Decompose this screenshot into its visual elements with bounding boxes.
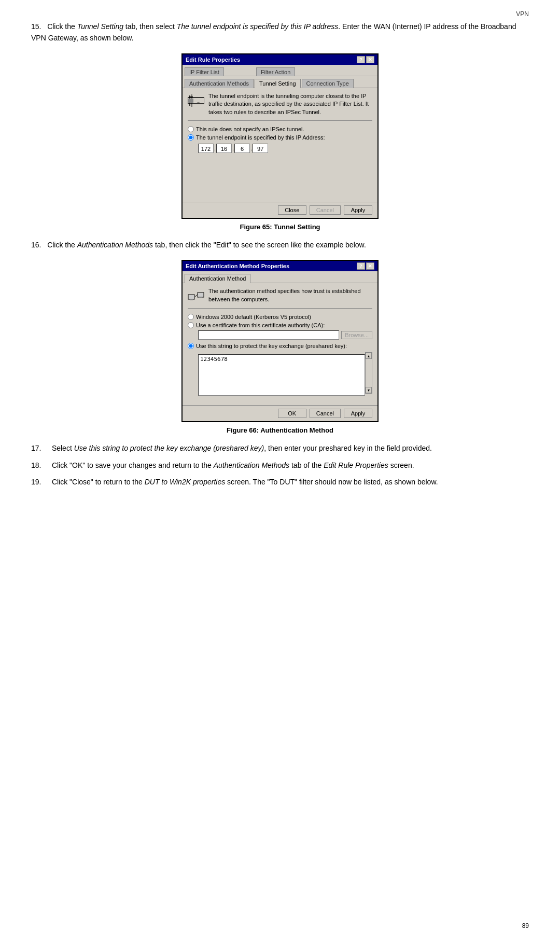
dialog2-close-button[interactable]: ✕ bbox=[366, 262, 374, 270]
dialog2-titlebar: Edit Authentication Method Properties ? … bbox=[183, 261, 377, 271]
ip-octet-3[interactable]: 6 bbox=[234, 144, 250, 153]
dialog2-radio1-item: Windows 2000 default (Kerberos V5 protoc… bbox=[188, 314, 372, 320]
dialog2-radio1-label: Windows 2000 default (Kerberos V5 protoc… bbox=[196, 314, 311, 320]
svg-rect-8 bbox=[190, 299, 193, 300]
tab-auth-methods[interactable]: Authentication Methods bbox=[185, 79, 254, 88]
dialog2-radio1-input[interactable] bbox=[188, 314, 194, 320]
dialog1-title: Edit Rule Properties bbox=[186, 57, 240, 63]
step-15-number: 15. bbox=[31, 22, 41, 31]
dialog2-radio2-label: Use a certificate from this certificate … bbox=[196, 322, 325, 328]
step-18-content: Click "OK" to save your changes and retu… bbox=[50, 460, 414, 471]
dialog2-radio3-input[interactable] bbox=[188, 343, 194, 349]
step-15-text: Click the Tunnel Setting tab, then selec… bbox=[31, 22, 516, 42]
tab-auth-method[interactable]: Authentication Method bbox=[185, 274, 250, 283]
dialog2-icon-row: The authentication method specifies how … bbox=[188, 287, 372, 309]
svg-text:→: → bbox=[196, 100, 200, 105]
ip-octet-2[interactable]: 16 bbox=[216, 144, 232, 153]
radio1-item: This rule does not specify an IPSec tunn… bbox=[188, 126, 372, 132]
dialog2-tabs: Authentication Method bbox=[183, 271, 377, 283]
scrollbar-down-arrow[interactable]: ▼ bbox=[366, 387, 372, 393]
step-17-content: Select Use this string to protect the ke… bbox=[50, 442, 432, 454]
dialog-edit-rule-properties: Edit Rule Properties ? ✕ IP Filter List … bbox=[181, 53, 379, 219]
help-button[interactable]: ? bbox=[357, 56, 365, 63]
step-17-italic1: Use this string to protect the key excha… bbox=[74, 444, 264, 452]
dialog2-cancel-btn[interactable]: Cancel bbox=[310, 409, 341, 418]
dialog2-radio2-item: Use a certificate from this certificate … bbox=[188, 322, 372, 328]
figure-65-container: Edit Rule Properties ? ✕ IP Filter List … bbox=[31, 53, 529, 231]
auth-icon bbox=[188, 287, 204, 304]
close-btn[interactable]: Close bbox=[278, 205, 306, 215]
step-18-italic2: Edit Rule Properties bbox=[324, 461, 388, 469]
ip-octet-1[interactable]: 172 bbox=[198, 144, 214, 153]
step-19-italic1: DUT to Win2K properties bbox=[145, 478, 225, 486]
dialog1-body: → The tunnel endpoint is the tunneling c… bbox=[183, 88, 377, 202]
titlebar-controls: ? ✕ bbox=[357, 56, 374, 63]
radio2-item: The tunnel endpoint is specified by this… bbox=[188, 134, 372, 141]
tunnel-icon: → bbox=[188, 92, 204, 109]
tab-tunnel-setting[interactable]: Tunnel Setting bbox=[255, 79, 301, 88]
dialog1-desc: The tunnel endpoint is the tunneling com… bbox=[208, 92, 372, 116]
radio2-input[interactable] bbox=[188, 134, 194, 141]
svg-rect-9 bbox=[189, 295, 194, 299]
dialog1-spacer bbox=[188, 156, 372, 198]
close-button[interactable]: ✕ bbox=[366, 56, 374, 63]
step-15-italic1: Tunnel Setting bbox=[77, 22, 123, 31]
step-16-text: Click the Authentication Methods tab, th… bbox=[43, 241, 366, 249]
dialog2-apply-btn[interactable]: Apply bbox=[344, 409, 372, 418]
tab-connection-type[interactable]: Connection Type bbox=[302, 79, 354, 88]
dialog1-footer: Close Cancel Apply bbox=[183, 202, 377, 218]
dialog2-radio2-input[interactable] bbox=[188, 322, 194, 328]
step-16-after: tab, then click the "Edit" to see the sc… bbox=[153, 241, 366, 249]
cancel-btn[interactable]: Cancel bbox=[310, 205, 341, 215]
step-18: 18. Click "OK" to save your changes and … bbox=[31, 460, 529, 471]
svg-rect-11 bbox=[199, 297, 202, 298]
dialog-edit-auth-method: Edit Authentication Method Properties ? … bbox=[181, 260, 379, 422]
ip-octet-4[interactable]: 97 bbox=[253, 144, 268, 153]
page-header-label: VPN bbox=[516, 10, 529, 18]
step-17-number: 17. bbox=[31, 442, 50, 454]
radio1-input[interactable] bbox=[188, 126, 194, 132]
step-19: 19. Click "Close" to return to the DUT t… bbox=[31, 476, 529, 488]
dialog2-footer: OK Cancel Apply bbox=[183, 405, 377, 421]
tab-filter-action[interactable]: Filter Action bbox=[256, 67, 295, 76]
preshared-key-textarea[interactable]: 12345678 bbox=[198, 354, 365, 396]
ok-btn[interactable]: OK bbox=[278, 409, 306, 418]
dialog2-title: Edit Authentication Method Properties bbox=[186, 263, 289, 269]
apply-btn[interactable]: Apply bbox=[344, 205, 372, 215]
scrollbar-track bbox=[366, 359, 372, 387]
scrollbar-up-arrow[interactable]: ▲ bbox=[366, 353, 372, 359]
step-16-italic1: Authentication Methods bbox=[77, 241, 153, 249]
dialog1-tabs-row2: Authentication Methods Tunnel Setting Co… bbox=[183, 76, 377, 88]
page-number: 89 bbox=[522, 922, 529, 929]
browse-button[interactable]: Browse... bbox=[341, 331, 372, 339]
steps-17-19-list: 17. Select Use this string to protect th… bbox=[31, 442, 529, 488]
dialog1-tabs-row1: IP Filter List Filter Action bbox=[183, 65, 377, 76]
preshared-key-wrapper: 12345678 ▲ ▼ bbox=[198, 352, 372, 399]
figure-65-caption: Figure 65: Tunnel Setting bbox=[240, 223, 320, 231]
radio1-label: This rule does not specify an IPSec tunn… bbox=[196, 126, 304, 132]
dialog1-titlebar: Edit Rule Properties ? ✕ bbox=[183, 54, 377, 65]
radio2-label: The tunnel endpoint is specified by this… bbox=[196, 134, 325, 141]
step-18-italic1: Authentication Methods bbox=[214, 461, 289, 469]
svg-rect-12 bbox=[198, 293, 203, 297]
step-17: 17. Select Use this string to protect th… bbox=[31, 442, 529, 454]
step-15-italic2: The tunnel endpoint is specified by this… bbox=[177, 22, 339, 31]
step-15: 15. Click the Tunnel Setting tab, then s… bbox=[31, 21, 529, 44]
figure-66-caption: Figure 66: Authentication Method bbox=[227, 426, 333, 434]
dialog2-titlebar-controls: ? ✕ bbox=[357, 262, 374, 270]
tab-ip-filter-list[interactable]: IP Filter List bbox=[185, 67, 224, 76]
ip-address-row: 172 . 16 . 6 . 97 bbox=[198, 144, 372, 153]
figure-66-container: Edit Authentication Method Properties ? … bbox=[31, 260, 529, 434]
dialog1-radio-group: This rule does not specify an IPSec tunn… bbox=[188, 126, 372, 141]
step-19-content: Click "Close" to return to the DUT to Wi… bbox=[50, 476, 438, 488]
dialog2-help-button[interactable]: ? bbox=[357, 262, 365, 270]
dialog2-radio-group: Windows 2000 default (Kerberos V5 protoc… bbox=[188, 314, 372, 349]
browse-row: Browse... bbox=[198, 330, 372, 340]
dialog2-radio3-item: Use this string to protect the key excha… bbox=[188, 343, 372, 349]
browse-input-box[interactable] bbox=[198, 330, 339, 340]
step-19-number: 19. bbox=[31, 476, 50, 488]
textarea-scrollbar[interactable]: ▲ ▼ bbox=[365, 352, 372, 394]
dialog2-radio3-label: Use this string to protect the key excha… bbox=[196, 343, 347, 349]
dialog2-body: The authentication method specifies how … bbox=[183, 283, 377, 405]
step-15-mid1: tab, then select bbox=[125, 22, 177, 31]
